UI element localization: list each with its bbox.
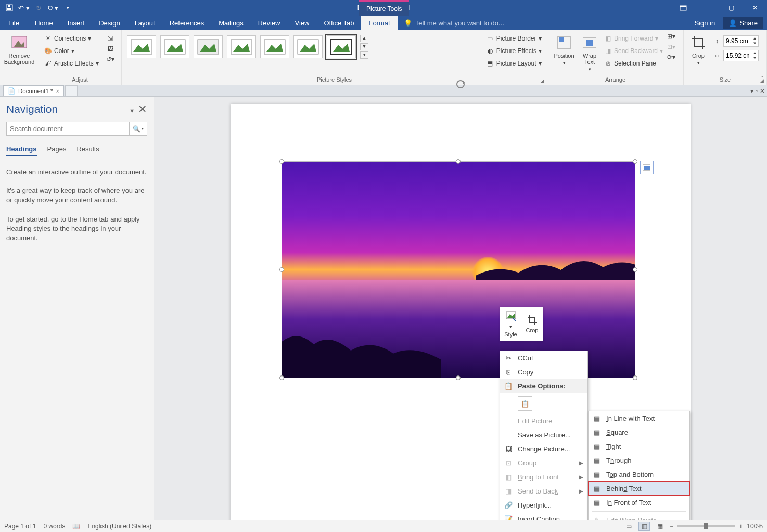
view-print-layout[interactable]: ▥ [638, 522, 650, 531]
gallery-down-icon[interactable]: ▼ [360, 43, 368, 50]
search-input[interactable] [7, 122, 129, 135]
tab-office-tab[interactable]: Office Tab [316, 16, 361, 30]
crop-button[interactable]: Crop▾ [687, 32, 710, 66]
document-tab[interactable]: 📄 Document1 * × [3, 85, 64, 96]
picture-border-button[interactable]: ▭Picture Border ▾ [484, 32, 544, 45]
tab-home[interactable]: Home [28, 16, 60, 30]
tab-file[interactable]: File [0, 16, 28, 30]
layout-options-popup[interactable] [640, 161, 654, 174]
height-input[interactable]: ▲▼ [723, 35, 759, 47]
spellcheck-icon[interactable]: 📖 [72, 523, 80, 530]
bring-forward-button[interactable]: ◧Bring Forward ▾ [602, 32, 665, 45]
undo-icon[interactable]: ↶ ▾ [18, 2, 30, 14]
position-button[interactable]: Position▾ [551, 32, 578, 66]
ribbon-display-icon[interactable] [671, 0, 695, 16]
wrap-inline[interactable]: ▤In Line with Text [589, 411, 689, 425]
tab-pin-icon[interactable]: ▫ [756, 87, 758, 95]
status-words[interactable]: 0 words [43, 523, 65, 530]
search-button[interactable]: 🔍▾ [129, 122, 147, 135]
remove-background-button[interactable]: Remove Background [3, 32, 35, 65]
picture-style-thumb[interactable] [227, 35, 256, 58]
resize-handle[interactable] [456, 159, 461, 164]
wrap-through[interactable]: ▤Through [589, 453, 689, 468]
ctx-save-as-picture[interactable]: Save as Picture... [500, 428, 587, 442]
picture-effects-button[interactable]: ◐Picture Effects ▾ [484, 45, 544, 57]
send-backward-button[interactable]: ◨Send Backward ▾ [602, 45, 665, 57]
sign-in-link[interactable]: Sign in [695, 19, 715, 27]
omega-icon[interactable]: Ω ▾ [47, 2, 59, 14]
gallery-more-icon[interactable]: ▾ [360, 51, 368, 59]
zoom-slider[interactable] [677, 525, 735, 527]
color-button[interactable]: 🎨Color ▾ [42, 45, 76, 57]
wrap-tight[interactable]: ▤Tight [589, 439, 689, 453]
resize-handle[interactable] [633, 267, 637, 272]
artistic-effects-button[interactable]: 🖌Artistic Effects ▾ [42, 57, 101, 70]
tab-menu-icon[interactable]: ▾ [750, 87, 753, 95]
picture-style-thumb[interactable] [260, 35, 289, 58]
wrap-square[interactable]: ▤Square [589, 425, 689, 439]
change-picture-icon[interactable]: 🖼 [106, 45, 114, 53]
align-icon[interactable]: ⊞▾ [667, 32, 675, 41]
collapse-ribbon-icon[interactable]: ˄ [761, 75, 764, 83]
view-read-mode[interactable]: ▭ [623, 522, 634, 531]
ctx-copy[interactable]: ⎘Copy [500, 365, 587, 379]
reset-picture-icon[interactable]: ↺▾ [106, 55, 114, 63]
nav-tab-pages[interactable]: Pages [47, 145, 67, 156]
picture-style-thumb[interactable] [327, 35, 356, 58]
resize-handle[interactable] [633, 159, 637, 164]
wrap-top-bottom[interactable]: ▤Top and Bottom [589, 468, 689, 482]
resize-handle[interactable] [279, 159, 284, 164]
resize-handle[interactable] [279, 267, 284, 272]
ctx-hyperlink[interactable]: 🔗Hyperlink... [500, 498, 587, 512]
new-tab-button[interactable] [65, 85, 78, 96]
tab-references[interactable]: References [162, 16, 211, 30]
wrap-behind-text[interactable]: ▤Behind Text [589, 482, 689, 496]
save-icon[interactable] [3, 2, 16, 14]
picture-style-thumb[interactable] [194, 35, 223, 58]
tab-format[interactable]: Format [361, 16, 397, 30]
picture-style-thumb[interactable] [127, 35, 156, 58]
nav-tab-headings[interactable]: Headings [6, 145, 37, 156]
wrap-in-front[interactable]: ▤In Front of Text [589, 496, 689, 510]
zoom-level[interactable]: 100% [747, 523, 763, 530]
paste-keep-source-icon[interactable]: 📋 [518, 396, 532, 411]
tell-me-search[interactable]: 💡Tell me what you want to do... [398, 16, 695, 30]
qa-customize-icon[interactable]: ▾ [61, 2, 74, 14]
group-icon[interactable]: ⊡▾ [667, 43, 675, 51]
ctx-cut[interactable]: ✂CCutCut [500, 351, 587, 365]
tab-layout[interactable]: Layout [127, 16, 162, 30]
resize-handle[interactable] [279, 375, 284, 380]
resize-handle[interactable] [456, 375, 461, 380]
nav-tab-results[interactable]: Results [76, 145, 99, 156]
ctx-change-picture[interactable]: 🖼Change Picture... [500, 442, 587, 456]
tab-design[interactable]: Design [92, 16, 127, 30]
close-tab-icon[interactable]: × [56, 88, 59, 94]
resize-handle[interactable] [633, 375, 637, 380]
selection-pane-button[interactable]: ⎚Selection Pane [602, 57, 665, 70]
tab-insert[interactable]: Insert [60, 16, 92, 30]
ctx-paste-option[interactable]: 📋 [500, 393, 587, 414]
minimize-icon[interactable]: ― [695, 0, 719, 16]
compress-icon[interactable]: ⇲ [106, 34, 114, 43]
zoom-out-icon[interactable]: − [670, 523, 673, 530]
zoom-in-icon[interactable]: + [739, 523, 743, 530]
close-icon[interactable]: ✕ [743, 0, 767, 16]
nav-close-icon[interactable]: ✕ [138, 103, 147, 115]
picture-style-thumb[interactable] [160, 35, 189, 58]
dialog-launcher-icon[interactable]: ◢ [540, 78, 545, 83]
share-button[interactable]: 👤Share [723, 17, 763, 29]
wrap-text-button[interactable]: Wrap Text▾ [578, 32, 602, 72]
picture-style-thumb[interactable] [293, 35, 323, 58]
selected-picture[interactable] [282, 161, 635, 378]
status-language[interactable]: English (United States) [87, 523, 151, 530]
gallery-up-icon[interactable]: ▲ [360, 35, 368, 42]
rotate-icon[interactable]: ⟳▾ [667, 53, 675, 61]
tab-close-all-icon[interactable]: ✕ [760, 87, 765, 95]
tab-review[interactable]: Review [251, 16, 288, 30]
picture-layout-button[interactable]: ⬒Picture Layout ▾ [484, 57, 544, 70]
nav-menu-icon[interactable]: ▼ [129, 108, 135, 114]
status-page[interactable]: Page 1 of 1 [4, 523, 36, 530]
maximize-icon[interactable]: ▢ [719, 0, 743, 16]
redo-icon[interactable]: ↻ [32, 2, 45, 14]
width-input[interactable]: ▲▼ [723, 50, 759, 61]
